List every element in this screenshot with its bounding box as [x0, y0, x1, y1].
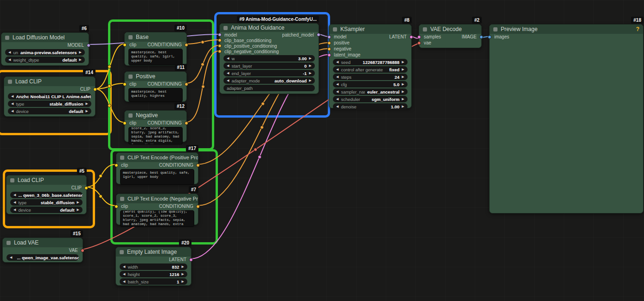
port-row[interactable]: negative [329, 46, 411, 52]
widget-device[interactable]: ◀devicedefault▶ [10, 207, 83, 213]
arrow-right-icon[interactable]: ▶ [86, 102, 88, 106]
port-row[interactable]: clipCONDITIONING [125, 81, 186, 87]
prompt-textarea[interactable]: score_2, score_3, blurry, jpeg artifacts… [128, 127, 183, 144]
latent-image-input-dot[interactable] [327, 53, 331, 57]
node-title[interactable]: Base [125, 32, 186, 42]
port-row[interactable]: modelLATENT [329, 34, 411, 40]
vae-output-dot[interactable] [81, 249, 84, 252]
clip-input-dot[interactable] [123, 82, 127, 86]
arrow-left-icon[interactable]: ◀ [123, 265, 125, 269]
widget-type[interactable]: ◀typestable_diffusion▶ [8, 100, 91, 107]
arrow-left-icon[interactable]: ◀ [10, 256, 12, 259]
arrow-right-icon[interactable]: ▶ [309, 64, 312, 68]
clip-input-dot[interactable] [115, 163, 118, 167]
port-output-vae[interactable]: VAE [3, 247, 83, 253]
model-input-dot[interactable] [218, 33, 222, 37]
widget-end-layer[interactable]: ◀end_layer-1▶ [223, 70, 315, 76]
port-row[interactable]: latent_image [329, 52, 411, 58]
images-input-dot[interactable] [488, 35, 491, 39]
node-load-vae[interactable]: #15 Load VAE VAE ◀v... qwen_image_vae.sa… [2, 238, 83, 263]
arrow-left-icon[interactable]: ◀ [227, 56, 229, 60]
node-load-diffusion-model[interactable]: #6 Load Diffusion Model MODEL ◀unet_name… [1, 32, 89, 66]
widget-vae-name[interactable]: ◀v... qwen_image_vae.safetensors▶ [6, 254, 79, 261]
port-output-clip[interactable]: CLIP [6, 185, 86, 191]
widget-unet-name[interactable]: ◀unet_nameanima-preview.safetensors▶ [5, 49, 85, 56]
collapse-icon[interactable] [10, 178, 14, 182]
port-row[interactable]: clipCONDITIONING [116, 162, 198, 168]
widget-height[interactable]: ◀height1216▶ [120, 271, 187, 277]
widget-adapter-path[interactable]: adapter_path [223, 85, 315, 91]
node-title[interactable]: Empty Latent Image [116, 247, 191, 257]
collapse-icon[interactable] [120, 250, 124, 254]
port-row[interactable]: clipCONDITIONING [125, 120, 186, 126]
collapse-icon[interactable] [493, 27, 497, 31]
port-output-model[interactable]: MODEL [1, 42, 89, 48]
arrow-left-icon[interactable]: ◀ [11, 94, 13, 98]
arrow-left-icon[interactable]: ◀ [13, 193, 16, 197]
widget-w[interactable]: ◀w3.00▶ [223, 55, 315, 62]
arrow-right-icon[interactable]: ▶ [402, 60, 404, 64]
arrow-left-icon[interactable]: ◀ [13, 201, 16, 204]
arrow-right-icon[interactable]: ▶ [182, 265, 184, 269]
node-positive[interactable]: #11 Positive clipCONDITIONING masterpiec… [124, 71, 187, 102]
clip-output-dot[interactable] [84, 186, 88, 190]
widget-scheduler[interactable]: ◀schedulersgm_uniform▶ [333, 96, 408, 102]
widget-steps[interactable]: ◀steps24▶ [333, 74, 408, 80]
arrow-right-icon[interactable]: ▶ [402, 75, 404, 79]
node-title[interactable]: CLIP Text Encode (Negative Prompt) [116, 194, 198, 203]
node-title[interactable]: Preview Image? [490, 25, 643, 34]
prompt-textarea[interactable]: masterpiece, best quality, safe, 1girl, … [120, 169, 194, 185]
clip-input-dot[interactable] [123, 43, 127, 47]
help-icon[interactable]: ? [636, 26, 639, 32]
port-row[interactable]: clipCONDITIONING [116, 203, 198, 209]
node-negative[interactable]: #12 Negative clipCONDITIONING score_2, s… [124, 110, 187, 142]
collapse-icon[interactable] [128, 113, 133, 118]
widget-clip-name[interactable]: ◀... qwen_3_06b_base.safetensors▶ [10, 192, 83, 198]
widget-start-layer[interactable]: ◀start_layer0▶ [223, 63, 315, 69]
widget-weight-dtype[interactable]: ◀weight_dtypedefault▶ [5, 56, 85, 63]
arrow-right-icon[interactable]: ▶ [402, 82, 404, 86]
arrow-left-icon[interactable]: ◀ [336, 60, 338, 64]
node-clip-text-encode-negative[interactable]: #7 CLIP Text Encode (Negative Prompt) cl… [116, 194, 198, 225]
port-row[interactable]: clip_positive_conditioning [220, 43, 319, 49]
model-input-dot[interactable] [327, 35, 331, 39]
widget-control-after-generate[interactable]: ◀control after generatefixed▶ [333, 66, 408, 73]
latent-output-dot[interactable] [189, 258, 193, 262]
collapse-icon[interactable] [120, 197, 124, 201]
conditioning-output-dot[interactable] [196, 163, 200, 167]
arrow-left-icon[interactable]: ◀ [11, 102, 13, 106]
samples-input-dot[interactable] [417, 35, 421, 39]
widget-device[interactable]: ◀devicedefault▶ [8, 108, 91, 114]
port-row[interactable]: clipCONDITIONING [125, 42, 186, 48]
port-output-latent[interactable]: LATENT [116, 257, 191, 263]
arrow-left-icon[interactable]: ◀ [336, 82, 338, 86]
arrow-right-icon[interactable]: ▶ [402, 97, 404, 101]
collapse-icon[interactable] [8, 80, 12, 84]
widget-denoise[interactable]: ◀denoise1.00▶ [333, 103, 408, 110]
arrow-left-icon[interactable]: ◀ [227, 64, 229, 68]
node-title[interactable]: CLIP Text Encode (Positive Prompt) [116, 153, 198, 162]
port-row[interactable]: clip_negative_conditioning [220, 49, 319, 54]
port-output-clip[interactable]: CLIP [4, 86, 95, 92]
arrow-right-icon[interactable]: ▶ [309, 56, 312, 60]
widget-batch-size[interactable]: ◀batch_size1▶ [120, 278, 187, 285]
collapse-icon[interactable] [223, 26, 228, 30]
clip-negative-conditioning-input-dot[interactable] [218, 50, 222, 53]
node-title[interactable]: Negative [125, 111, 186, 120]
arrow-left-icon[interactable]: ◀ [336, 68, 338, 71]
node-title[interactable]: Load Diffusion Model [1, 33, 89, 42]
arrow-left-icon[interactable]: ◀ [336, 75, 338, 79]
port-row[interactable]: modelpatched_model [220, 32, 319, 38]
node-title[interactable]: Load CLIP [6, 176, 86, 185]
node-preview-image[interactable]: #18 Preview Image? images [489, 24, 644, 213]
arrow-left-icon[interactable]: ◀ [13, 208, 16, 212]
prompt-textarea[interactable]: masterpiece, best quality, safe, 1girl, … [128, 49, 183, 65]
arrow-right-icon[interactable]: ▶ [182, 280, 184, 283]
arrow-left-icon[interactable]: ◀ [11, 109, 13, 113]
node-title[interactable]: Anima Mod Guidance [220, 24, 319, 32]
patched-model-output-dot[interactable] [317, 33, 320, 37]
positive-input-dot[interactable] [327, 41, 331, 45]
arrow-right-icon[interactable]: ▶ [402, 90, 404, 94]
arrow-right-icon[interactable]: ▶ [77, 201, 79, 204]
latent-output-dot[interactable] [409, 35, 413, 39]
